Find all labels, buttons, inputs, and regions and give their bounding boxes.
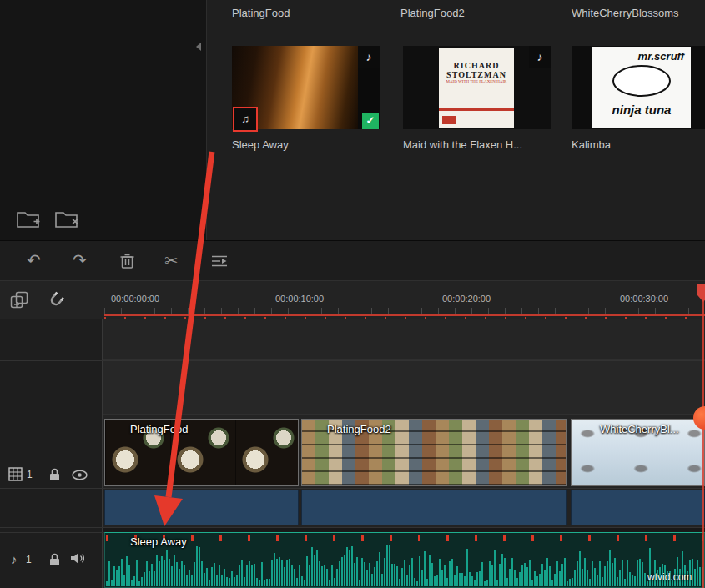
album-text-line: STOLTZMAN [439, 70, 514, 79]
audio-track-number: 1 [26, 554, 32, 565]
delete-folder-icon[interactable] [53, 207, 82, 232]
media-item-label-kalimba[interactable]: Kalimba [572, 138, 611, 151]
media-item-label-platingfood2[interactable]: PlatingFood2 [400, 7, 465, 19]
manage-tracks-icon[interactable] [10, 291, 28, 309]
ruler-timestamp-0: 00:00:00:00 [111, 294, 159, 304]
video-track-visibility-icon[interactable] [72, 470, 88, 480]
clip-label: PlatingFood [130, 423, 188, 435]
ruler-timestamp-2: 00:00:20:00 [442, 294, 491, 304]
row-divider [0, 527, 705, 528]
undo-button[interactable]: ↶ [27, 252, 41, 269]
video-track-type-icon [8, 467, 23, 481]
music-note-icon: ♪ [358, 46, 380, 68]
media-item-label-platingfood[interactable]: PlatingFood [232, 7, 290, 19]
editing-toolbar [0, 240, 705, 281]
audio-track-mute-icon[interactable] [70, 552, 84, 565]
ruler-red-line [104, 314, 705, 316]
ruler-minor-ticks[interactable] [104, 308, 705, 314]
audio-track-type-icon: ♪ [11, 552, 18, 566]
media-thumbnail-maid[interactable]: RICHARD STOLTZMAN MAID WITH THE FLAXEN H… [403, 46, 551, 129]
album-red-stripe [439, 108, 514, 111]
media-item-label-whitecherryblossoms[interactable]: WhiteCherryBlossoms [572, 7, 679, 19]
timeline-clip-whitecherry[interactable]: WhiteCherryBl... [571, 419, 705, 486]
album-text-line: mr.scruff [592, 47, 691, 63]
empty-track-row-1[interactable] [0, 319, 705, 360]
row-divider [0, 488, 705, 489]
album-text-line: ninja tuna [592, 103, 691, 117]
album-text-line: RICHARD [439, 61, 514, 70]
media-folders-panel [0, 0, 207, 240]
add-folder-icon[interactable] [15, 207, 43, 232]
media-thumbnail-sleep-away[interactable]: ♪ ♫ ✓ [232, 46, 380, 129]
watermark: wtvid.com [647, 571, 692, 583]
audio-clip-sleep-away[interactable]: Sleep Away [104, 532, 705, 588]
media-thumbnail-kalimba[interactable]: mr.scruff ninja tuna [572, 46, 705, 129]
row-divider [0, 360, 705, 361]
row-divider [0, 415, 705, 415]
video-track-lock-icon[interactable] [49, 467, 60, 481]
trim-button[interactable] [210, 254, 229, 268]
ruler-timestamp-1: 00:00:10:00 [275, 294, 324, 304]
app-window: PlatingFood PlatingFood2 WhiteCherryBlos… [0, 0, 705, 588]
timeline-clip-platingfood[interactable]: PlatingFood [104, 419, 299, 486]
redo-button[interactable]: ↷ [73, 252, 87, 269]
album-text-line: MAID WITH THE FLAXEN HAIR [439, 79, 514, 83]
ruler-timestamp-3: 00:00:30:00 [620, 294, 668, 304]
clip-label: PlatingFood2 [327, 423, 391, 435]
collapse-panel-icon[interactable] [196, 43, 201, 51]
audio-beat-markers [106, 535, 703, 541]
album-red-tag [442, 116, 456, 124]
audio-track-lock-icon[interactable] [49, 552, 60, 566]
clip-subbar-whitecherry[interactable] [571, 490, 705, 525]
delete-button[interactable] [120, 253, 134, 269]
clip-subbar-platingfood[interactable] [104, 490, 299, 525]
video-track-number: 1 [27, 469, 33, 480]
kalimba-album-cover: mr.scruff ninja tuna [592, 47, 691, 128]
clip-label: WhiteCherryBl... [600, 423, 679, 435]
media-item-label-maid[interactable]: Maid with the Flaxen H... [403, 138, 522, 151]
music-note-icon: ♪ [529, 46, 551, 68]
clip-subbar-platingfood2[interactable] [301, 490, 567, 525]
album-art-icon[interactable]: ♫ [233, 107, 258, 132]
audio-waveform [106, 543, 704, 586]
blob-drawing [592, 63, 691, 99]
playhead-line[interactable] [702, 301, 704, 588]
split-scissors-button[interactable]: ✂ [164, 253, 178, 269]
maid-album-cover: RICHARD STOLTZMAN MAID WITH THE FLAXEN H… [439, 48, 514, 128]
selected-check-icon: ✓ [362, 113, 379, 129]
empty-track-row-2[interactable] [0, 360, 705, 415]
media-item-label-sleep-away[interactable]: Sleep Away [232, 138, 289, 151]
timeline-clip-platingfood2[interactable]: PlatingFood2 [301, 419, 567, 486]
